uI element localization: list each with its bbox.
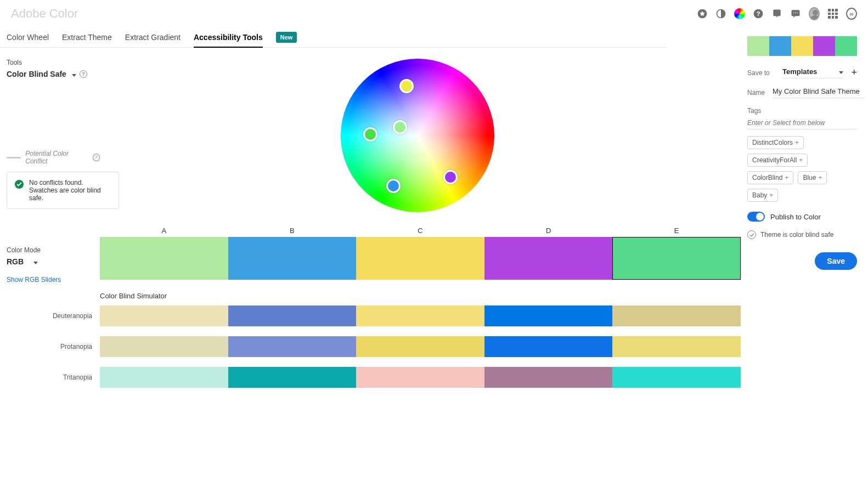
simulator-label: Deuteranopia <box>7 312 100 320</box>
wheel-handle[interactable] <box>399 79 414 93</box>
conflict-hint: Potential Color Conflict ? <box>7 150 100 165</box>
chevron-down-icon <box>70 70 76 78</box>
chevron-down-icon <box>837 67 843 76</box>
tab-extract-gradient[interactable]: Extract Gradient <box>125 27 181 47</box>
sim-swatch <box>100 305 228 326</box>
swatch-letter: B <box>228 227 357 237</box>
swatch-letter: D <box>484 227 613 237</box>
preview-strip <box>747 36 857 56</box>
sim-swatch <box>484 305 613 326</box>
preview-swatch <box>747 36 769 56</box>
tag-chip[interactable]: CreativityForAll+ <box>747 154 808 167</box>
color-wheel-icon[interactable] <box>734 8 745 19</box>
help-icon[interactable]: ? <box>753 8 764 19</box>
swatch[interactable] <box>484 237 613 280</box>
tab-extract-theme[interactable]: Extract Theme <box>62 27 112 47</box>
sim-swatch <box>100 367 228 388</box>
tab-accessibility[interactable]: Accessibility Tools <box>194 27 263 47</box>
sim-swatch <box>612 336 741 357</box>
swatch-letter: A <box>100 227 228 237</box>
help-icon[interactable]: ? <box>93 154 100 161</box>
tag-chips: DistinctColors+CreativityForAll+ColorBli… <box>747 136 857 202</box>
plus-icon: + <box>799 156 803 164</box>
swatch[interactable] <box>228 237 357 280</box>
save-to-select[interactable]: Templates <box>782 67 843 78</box>
tool-select[interactable]: Color Blind Safe ? <box>7 70 100 78</box>
add-library-button[interactable]: + <box>851 67 857 78</box>
simulator-swatches <box>100 367 741 388</box>
header-icons: ? ∞ <box>697 8 857 19</box>
status-text: No conflicts found. Swatches are color b… <box>29 179 111 202</box>
wheel-handle[interactable] <box>443 170 458 184</box>
tags-label: Tags <box>747 107 857 115</box>
plus-icon: + <box>769 191 773 199</box>
svg-point-6 <box>793 13 794 14</box>
plus-icon: + <box>795 139 799 146</box>
svg-point-7 <box>795 13 796 14</box>
tag-chip[interactable]: ColorBlind+ <box>747 171 793 184</box>
color-wheel[interactable] <box>341 59 500 218</box>
sim-swatch <box>484 367 613 388</box>
tags-input[interactable] <box>747 117 857 129</box>
tag-chip[interactable]: DistinctColors+ <box>747 136 804 149</box>
sim-swatch <box>612 305 741 326</box>
sim-swatch <box>484 336 613 357</box>
tools-label: Tools <box>7 59 100 66</box>
simulator-row: Deuteranopia <box>100 305 741 326</box>
swatch-letter: E <box>612 227 741 237</box>
preview-swatch <box>813 36 835 56</box>
swatch[interactable] <box>100 237 228 280</box>
check-icon <box>15 180 24 189</box>
svg-point-8 <box>797 13 798 14</box>
simulator-row: Protanopia <box>100 336 741 357</box>
tag-chip[interactable]: Blue+ <box>798 171 827 184</box>
chat-icon[interactable] <box>790 8 801 19</box>
show-sliders-link[interactable]: Show RGB Sliders <box>7 276 100 284</box>
chevron-down-icon <box>31 257 38 266</box>
tab-color-wheel[interactable]: Color Wheel <box>7 27 49 47</box>
creative-cloud-icon[interactable]: ∞ <box>846 8 857 19</box>
wheel-handle[interactable] <box>393 120 407 134</box>
save-to-value: Templates <box>782 67 817 76</box>
star-icon[interactable] <box>697 8 708 19</box>
svg-rect-4 <box>773 10 780 16</box>
safe-text: Theme is color blind safe <box>760 231 833 239</box>
brand: Adobe Color <box>11 7 78 21</box>
sim-swatch <box>228 305 357 326</box>
wheel-handle[interactable] <box>386 179 401 193</box>
simulator-swatches <box>100 305 741 326</box>
color-mode-label: Color Mode <box>7 246 100 254</box>
theme-name-input[interactable] <box>773 87 865 98</box>
simulator-label: Protanopia <box>7 343 100 350</box>
sim-swatch <box>356 336 484 357</box>
check-outline-icon <box>747 230 756 239</box>
save-button[interactable]: Save <box>815 252 857 270</box>
swatch[interactable] <box>356 237 484 280</box>
simulator-swatches <box>100 336 741 357</box>
sim-swatch <box>100 336 228 357</box>
sim-swatch <box>356 305 484 326</box>
notification-icon[interactable] <box>771 8 782 19</box>
plus-icon: + <box>785 174 788 182</box>
help-icon[interactable]: ? <box>80 70 87 78</box>
simulator-title: Color Blind Simulator <box>100 292 741 300</box>
swatch[interactable] <box>612 237 741 280</box>
sim-swatch <box>612 367 741 388</box>
swatch-letters: ABCDE <box>100 227 741 237</box>
publish-toggle[interactable] <box>747 212 765 222</box>
contrast-icon[interactable] <box>715 8 726 19</box>
tag-chip[interactable]: Baby+ <box>747 189 778 202</box>
avatar[interactable] <box>809 8 820 19</box>
publish-label: Publish to Color <box>770 213 821 221</box>
new-badge: New <box>276 32 297 43</box>
safe-indicator: Theme is color blind safe <box>747 230 857 239</box>
simulator-row: Tritanopia <box>100 367 741 388</box>
color-mode-select[interactable]: RGB <box>7 257 100 266</box>
swatch-letter: C <box>356 227 484 237</box>
conflict-hint-text: Potential Color Conflict <box>25 150 88 165</box>
tool-selected-value: Color Blind Safe <box>7 70 66 78</box>
sim-swatch <box>228 336 357 357</box>
preview-swatch <box>769 36 791 56</box>
apps-grid-icon[interactable] <box>827 8 838 19</box>
wheel-handle[interactable] <box>363 127 377 142</box>
